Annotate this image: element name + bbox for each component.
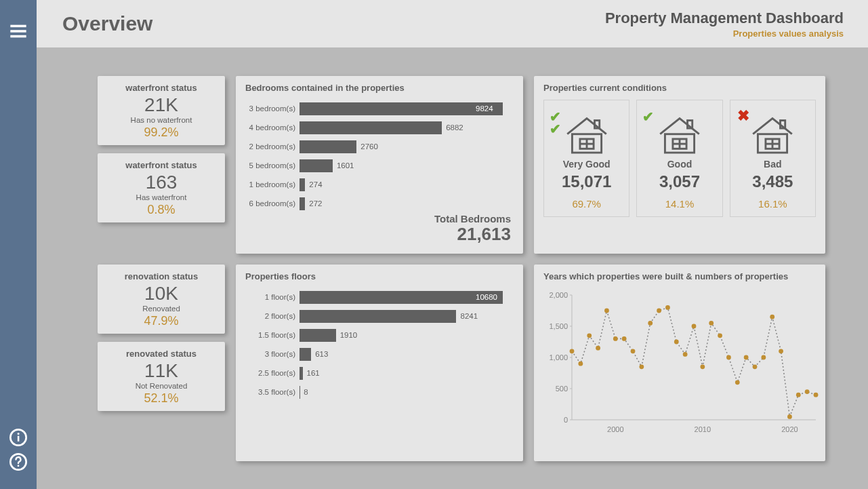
bar-fill	[299, 140, 356, 153]
bar-value: 274	[309, 178, 322, 191]
bar-row: 2.5 floor(s)161	[245, 364, 514, 382]
bar-row: 4 bedroom(s)6882	[245, 119, 514, 136]
bar-track: 272	[299, 197, 514, 210]
bar-fill	[299, 310, 456, 323]
bar-value: 1601	[337, 159, 354, 172]
svg-point-44	[622, 336, 627, 341]
svg-point-61	[770, 315, 774, 319]
bar-track: 161	[299, 367, 514, 380]
condition-card: ✔Good3,05714.1%	[636, 100, 722, 217]
bar-value: 6882	[446, 121, 463, 134]
condition-card: ✖Bad3,48516.1%	[730, 100, 816, 217]
svg-point-41	[596, 346, 600, 351]
condition-value: 15,071	[547, 172, 626, 191]
bar-value: 613	[315, 348, 328, 361]
bar-label: 1.5 floor(s)	[245, 331, 299, 339]
bar-row: 6 bedroom(s)272	[245, 195, 514, 212]
condition-label: Very Good	[547, 159, 626, 170]
bar-row: 3 bedroom(s)9824	[245, 100, 514, 117]
bar-row: 2 floor(s)8241	[245, 307, 514, 325]
bar-fill	[299, 291, 503, 304]
bar-label: 4 bedroom(s)	[245, 123, 299, 132]
svg-point-42	[604, 309, 609, 313]
years-card: Years which properties were built & numb…	[534, 265, 825, 461]
svg-point-65	[805, 389, 810, 394]
check-icon: ✔	[550, 121, 561, 137]
bar-label: 2 bedroom(s)	[245, 142, 299, 151]
bar-track: 8	[299, 386, 514, 399]
bar-track: 8241	[299, 310, 514, 323]
bar-label: 2.5 floor(s)	[245, 369, 299, 377]
condition-label: Good	[640, 159, 719, 170]
bar-fill	[299, 197, 305, 210]
condition-label: Bad	[733, 159, 812, 170]
bar-value: 272	[309, 197, 322, 210]
svg-rect-2	[10, 35, 26, 38]
bar-label: 5 bedroom(s)	[245, 161, 299, 170]
bar-label: 1 bedroom(s)	[245, 180, 299, 189]
stat-column-top: waterfront status 21K Has no waterfront …	[98, 76, 225, 254]
svg-point-50	[674, 340, 679, 345]
bar-value: 8241	[460, 310, 478, 323]
svg-text:1,000: 1,000	[549, 353, 568, 361]
svg-rect-0	[10, 25, 26, 28]
years-line-chart: 05001,0001,5002,000200020102020	[543, 288, 816, 439]
bar-row: 5 bedroom(s)1601	[245, 157, 514, 174]
bar-value: 10680	[476, 291, 497, 304]
page-title: Overview	[62, 12, 152, 35]
condition-percent: 14.1%	[640, 198, 719, 210]
bar-fill	[299, 102, 503, 115]
conditions-card: Properties current conditions ✔✔Very Goo…	[534, 76, 825, 254]
x-icon: ✖	[737, 107, 749, 125]
bar-label: 3.5 floor(s)	[245, 388, 299, 396]
bar-row: 1 floor(s)10680	[245, 288, 514, 306]
bar-label: 3 floor(s)	[245, 350, 299, 358]
bar-track: 1601	[299, 159, 514, 172]
svg-point-54	[709, 321, 714, 326]
condition-card: ✔✔Very Good15,07169.7%	[543, 100, 629, 217]
svg-point-62	[779, 349, 783, 353]
bar-row: 1.5 floor(s)1910	[245, 326, 514, 344]
bar-row: 1 bedroom(s)274	[245, 176, 514, 193]
svg-point-49	[665, 305, 670, 310]
header: Overview Property Management Dashboard P…	[37, 0, 868, 50]
bar-fill	[299, 348, 311, 361]
svg-point-63	[787, 414, 792, 419]
help-icon[interactable]	[9, 452, 28, 471]
sidebar	[0, 0, 37, 489]
stat-card-not-renovated: renovated status 11K Not Renovated 52.1%	[98, 342, 225, 411]
bar-fill	[299, 329, 336, 342]
svg-point-58	[744, 355, 749, 360]
svg-point-64	[796, 393, 801, 397]
bar-value: 2760	[360, 140, 378, 153]
svg-point-60	[761, 355, 766, 360]
bar-label: 3 bedroom(s)	[245, 104, 299, 113]
bar-row: 3 floor(s)613	[245, 345, 514, 363]
svg-point-47	[648, 321, 653, 326]
bar-track: 9824	[299, 102, 514, 115]
condition-icon: ✔	[640, 106, 719, 155]
svg-point-66	[814, 393, 819, 397]
info-icon[interactable]	[9, 428, 28, 447]
content: waterfront status 21K Has no waterfront …	[37, 52, 868, 489]
condition-icon: ✖	[733, 106, 812, 155]
bar-track: 10680	[299, 291, 514, 304]
svg-point-48	[657, 309, 661, 313]
svg-point-59	[753, 364, 758, 369]
svg-point-45	[631, 349, 636, 353]
years-card-title: Years which properties were built & numb…	[543, 271, 816, 281]
house-icon	[562, 113, 611, 155]
condition-icon: ✔✔	[547, 106, 626, 155]
bar-value: 8	[304, 386, 308, 399]
condition-percent: 69.7%	[547, 198, 626, 210]
bar-fill	[299, 178, 305, 191]
stat-card-renovated: renovation status 10K Renovated 47.9%	[98, 265, 225, 334]
bar-label: 6 bedroom(s)	[245, 199, 299, 208]
hamburger-icon[interactable]	[9, 22, 28, 41]
stat-card-waterfront-yes: waterfront status 163 Has waterfront 0.8…	[98, 153, 225, 222]
bar-value: 9824	[476, 102, 493, 115]
sidebar-bottom	[9, 423, 28, 489]
svg-rect-1	[10, 30, 26, 33]
bar-fill	[299, 367, 303, 380]
svg-text:0: 0	[564, 416, 568, 424]
